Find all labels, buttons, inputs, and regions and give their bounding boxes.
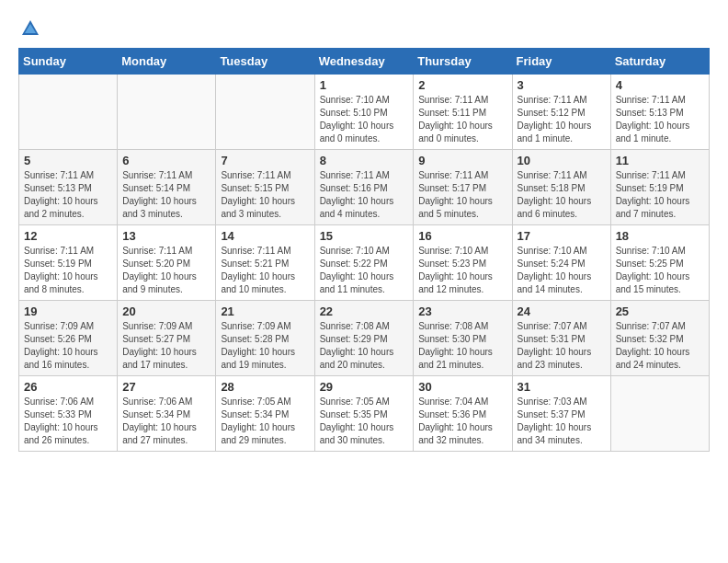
- table-cell: 9Sunrise: 7:11 AM Sunset: 5:17 PM Daylig…: [414, 150, 512, 225]
- day-info: Sunrise: 7:11 AM Sunset: 5:19 PM Dayligh…: [616, 169, 704, 221]
- table-cell: 31Sunrise: 7:03 AM Sunset: 5:37 PM Dayli…: [512, 376, 610, 452]
- week-row-3: 12Sunrise: 7:11 AM Sunset: 5:19 PM Dayli…: [19, 225, 710, 301]
- table-cell: 13Sunrise: 7:11 AM Sunset: 5:20 PM Dayli…: [118, 225, 216, 301]
- table-cell: [118, 75, 216, 150]
- weekday-header-thursday: Thursday: [414, 49, 512, 75]
- day-number: 8: [320, 154, 409, 167]
- day-info: Sunrise: 7:10 AM Sunset: 5:24 PM Dayligh…: [518, 245, 606, 296]
- day-number: 26: [24, 380, 112, 394]
- day-number: 20: [122, 304, 210, 318]
- table-cell: 20Sunrise: 7:09 AM Sunset: 5:27 PM Dayli…: [118, 301, 216, 376]
- table-cell: 18Sunrise: 7:10 AM Sunset: 5:25 PM Dayli…: [610, 225, 709, 301]
- day-number: 27: [122, 380, 210, 394]
- day-number: 4: [616, 78, 704, 92]
- table-cell: 15Sunrise: 7:10 AM Sunset: 5:22 PM Dayli…: [314, 225, 414, 301]
- table-cell: 24Sunrise: 7:07 AM Sunset: 5:31 PM Dayli…: [512, 301, 610, 376]
- table-cell: 22Sunrise: 7:08 AM Sunset: 5:29 PM Dayli…: [314, 301, 414, 376]
- day-info: Sunrise: 7:11 AM Sunset: 5:12 PM Dayligh…: [518, 94, 606, 145]
- day-number: 30: [418, 380, 506, 394]
- day-info: Sunrise: 7:08 AM Sunset: 5:29 PM Dayligh…: [320, 320, 409, 372]
- day-info: Sunrise: 7:05 AM Sunset: 5:35 PM Dayligh…: [320, 396, 409, 447]
- table-cell: 10Sunrise: 7:11 AM Sunset: 5:18 PM Dayli…: [512, 150, 610, 225]
- day-number: 28: [221, 380, 309, 394]
- table-cell: 30Sunrise: 7:04 AM Sunset: 5:36 PM Dayli…: [414, 376, 512, 452]
- table-cell: 21Sunrise: 7:09 AM Sunset: 5:28 PM Dayli…: [216, 301, 314, 376]
- day-info: Sunrise: 7:11 AM Sunset: 5:16 PM Dayligh…: [320, 169, 409, 221]
- table-cell: 25Sunrise: 7:07 AM Sunset: 5:32 PM Dayli…: [610, 301, 709, 376]
- day-info: Sunrise: 7:06 AM Sunset: 5:33 PM Dayligh…: [24, 396, 112, 447]
- day-info: Sunrise: 7:10 AM Sunset: 5:23 PM Dayligh…: [418, 245, 506, 296]
- day-number: 18: [616, 229, 704, 243]
- day-info: Sunrise: 7:08 AM Sunset: 5:30 PM Dayligh…: [418, 320, 506, 372]
- table-cell: 1Sunrise: 7:10 AM Sunset: 5:10 PM Daylig…: [314, 75, 414, 150]
- day-number: 23: [418, 304, 506, 318]
- table-cell: 26Sunrise: 7:06 AM Sunset: 5:33 PM Dayli…: [19, 376, 118, 452]
- day-number: 2: [418, 78, 506, 92]
- table-cell: 4Sunrise: 7:11 AM Sunset: 5:13 PM Daylig…: [610, 75, 709, 150]
- table-cell: 8Sunrise: 7:11 AM Sunset: 5:16 PM Daylig…: [314, 150, 414, 225]
- day-number: 19: [24, 304, 112, 318]
- table-cell: 6Sunrise: 7:11 AM Sunset: 5:14 PM Daylig…: [118, 150, 216, 225]
- table-cell: 17Sunrise: 7:10 AM Sunset: 5:24 PM Dayli…: [512, 225, 610, 301]
- weekday-header-sunday: Sunday: [19, 49, 118, 75]
- weekday-header-row: SundayMondayTuesdayWednesdayThursdayFrid…: [19, 49, 710, 75]
- table-cell: 29Sunrise: 7:05 AM Sunset: 5:35 PM Dayli…: [314, 376, 414, 452]
- weekday-header-wednesday: Wednesday: [314, 49, 414, 75]
- day-number: 6: [122, 154, 210, 167]
- day-info: Sunrise: 7:07 AM Sunset: 5:31 PM Dayligh…: [518, 320, 606, 372]
- day-info: Sunrise: 7:09 AM Sunset: 5:27 PM Dayligh…: [122, 320, 210, 372]
- table-cell: 11Sunrise: 7:11 AM Sunset: 5:19 PM Dayli…: [610, 150, 709, 225]
- weekday-header-friday: Friday: [512, 49, 610, 75]
- weekday-header-monday: Monday: [118, 49, 216, 75]
- day-info: Sunrise: 7:11 AM Sunset: 5:21 PM Dayligh…: [221, 245, 309, 296]
- day-number: 12: [24, 229, 112, 243]
- table-cell: 2Sunrise: 7:11 AM Sunset: 5:11 PM Daylig…: [414, 75, 512, 150]
- table-cell: 19Sunrise: 7:09 AM Sunset: 5:26 PM Dayli…: [19, 301, 118, 376]
- table-cell: [610, 376, 709, 452]
- table-cell: 5Sunrise: 7:11 AM Sunset: 5:13 PM Daylig…: [19, 150, 118, 225]
- table-cell: 23Sunrise: 7:08 AM Sunset: 5:30 PM Dayli…: [414, 301, 512, 376]
- calendar-table: SundayMondayTuesdayWednesdayThursdayFrid…: [18, 48, 710, 452]
- day-info: Sunrise: 7:10 AM Sunset: 5:10 PM Dayligh…: [320, 94, 409, 145]
- day-number: 14: [221, 229, 309, 243]
- day-info: Sunrise: 7:10 AM Sunset: 5:25 PM Dayligh…: [616, 245, 704, 296]
- table-cell: [216, 75, 314, 150]
- day-info: Sunrise: 7:11 AM Sunset: 5:17 PM Dayligh…: [418, 169, 506, 221]
- day-number: 3: [518, 78, 606, 92]
- day-info: Sunrise: 7:06 AM Sunset: 5:34 PM Dayligh…: [122, 396, 210, 447]
- table-cell: 16Sunrise: 7:10 AM Sunset: 5:23 PM Dayli…: [414, 225, 512, 301]
- week-row-1: 1Sunrise: 7:10 AM Sunset: 5:10 PM Daylig…: [19, 75, 710, 150]
- day-info: Sunrise: 7:11 AM Sunset: 5:14 PM Dayligh…: [122, 169, 210, 221]
- day-info: Sunrise: 7:05 AM Sunset: 5:34 PM Dayligh…: [221, 396, 309, 447]
- table-cell: 27Sunrise: 7:06 AM Sunset: 5:34 PM Dayli…: [118, 376, 216, 452]
- day-number: 22: [320, 304, 409, 318]
- day-info: Sunrise: 7:11 AM Sunset: 5:19 PM Dayligh…: [24, 245, 112, 296]
- day-info: Sunrise: 7:04 AM Sunset: 5:36 PM Dayligh…: [418, 396, 506, 447]
- table-cell: 28Sunrise: 7:05 AM Sunset: 5:34 PM Dayli…: [216, 376, 314, 452]
- day-number: 7: [221, 154, 309, 167]
- table-cell: 14Sunrise: 7:11 AM Sunset: 5:21 PM Dayli…: [216, 225, 314, 301]
- day-info: Sunrise: 7:11 AM Sunset: 5:13 PM Dayligh…: [24, 169, 112, 221]
- day-info: Sunrise: 7:11 AM Sunset: 5:20 PM Dayligh…: [122, 245, 210, 296]
- weekday-header-tuesday: Tuesday: [216, 49, 314, 75]
- day-number: 31: [518, 380, 606, 394]
- table-cell: [19, 75, 118, 150]
- day-number: 9: [418, 154, 506, 167]
- day-number: 29: [320, 380, 409, 394]
- day-number: 15: [320, 229, 409, 243]
- day-info: Sunrise: 7:11 AM Sunset: 5:15 PM Dayligh…: [221, 169, 309, 221]
- day-number: 21: [221, 304, 309, 318]
- week-row-4: 19Sunrise: 7:09 AM Sunset: 5:26 PM Dayli…: [19, 301, 710, 376]
- day-info: Sunrise: 7:11 AM Sunset: 5:11 PM Dayligh…: [418, 94, 506, 145]
- week-row-2: 5Sunrise: 7:11 AM Sunset: 5:13 PM Daylig…: [19, 150, 710, 225]
- weekday-header-saturday: Saturday: [610, 49, 709, 75]
- day-number: 17: [518, 229, 606, 243]
- day-info: Sunrise: 7:11 AM Sunset: 5:13 PM Dayligh…: [616, 94, 704, 145]
- day-info: Sunrise: 7:10 AM Sunset: 5:22 PM Dayligh…: [320, 245, 409, 296]
- page-header: [18, 18, 710, 39]
- table-cell: 7Sunrise: 7:11 AM Sunset: 5:15 PM Daylig…: [216, 150, 314, 225]
- day-number: 5: [24, 154, 112, 167]
- logo: [18, 18, 40, 39]
- week-row-5: 26Sunrise: 7:06 AM Sunset: 5:33 PM Dayli…: [19, 376, 710, 452]
- day-number: 1: [320, 78, 409, 92]
